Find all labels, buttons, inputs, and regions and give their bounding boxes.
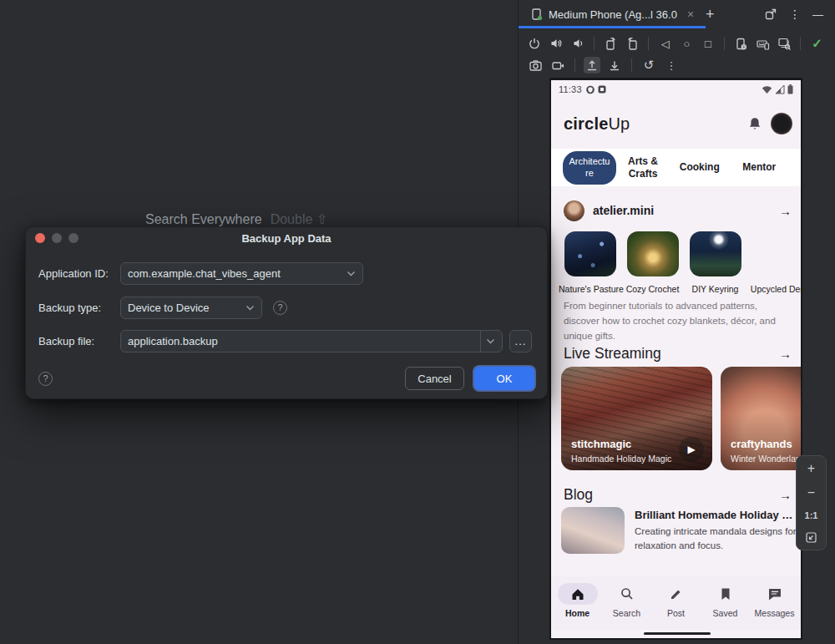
- volume-up-icon[interactable]: [549, 35, 564, 52]
- backup-app-data-dialog: Backup App Data Application ID: com.exam…: [25, 226, 548, 399]
- thumbnail-cozy-crochet[interactable]: [627, 231, 679, 276]
- nav-label: Search: [613, 608, 640, 618]
- thumb-label: Nature's Pasture: [559, 284, 621, 294]
- live-streaming-header: Live Streaming →: [564, 343, 792, 363]
- toolbar-separator: [631, 58, 632, 72]
- phone-screen: 11:33 circ: [549, 78, 802, 640]
- tab-arts-crafts[interactable]: Arts & Crafts: [616, 155, 670, 180]
- live-streaming-arrow-icon[interactable]: →: [779, 347, 792, 361]
- blog-post[interactable]: Brilliant Homemade Holiday … Creating in…: [561, 507, 802, 557]
- toolbar-overflow-icon[interactable]: ⋮: [663, 57, 680, 74]
- dialog-footer: ? Cancel OK: [38, 366, 534, 391]
- blog-post-thumbnail: [561, 507, 625, 554]
- tab-architecture[interactable]: Architecture: [563, 151, 616, 185]
- app-title-bold: circle: [564, 114, 608, 133]
- thumbnail-natures-pasture[interactable]: [564, 231, 616, 276]
- nav-label: Post: [667, 608, 685, 618]
- stream-card-stitchmagic[interactable]: stitchmagic Handmade Holiday Magic ▶: [561, 367, 712, 470]
- category-tabs: Architecture Arts & Crafts Cooking Mento…: [551, 149, 801, 186]
- power-button-icon[interactable]: [527, 35, 543, 52]
- zoom-in-button[interactable]: +: [807, 462, 815, 475]
- new-tab-icon[interactable]: +: [706, 6, 715, 23]
- live-streams: stitchmagic Handmade Holiday Magic ▶ cra…: [561, 367, 802, 471]
- stream-card-craftyhands[interactable]: craftyhands Winter Wonderland: [721, 367, 802, 470]
- backup-file-row: Backup file: application.backup ...: [38, 329, 532, 352]
- browse-file-button[interactable]: ...: [509, 330, 532, 352]
- maximize-window-button[interactable]: [68, 233, 78, 243]
- snapshot-reset-icon[interactable]: ↺: [640, 57, 657, 74]
- backup-file-value: application.backup: [128, 335, 473, 347]
- zoom-out-button[interactable]: −: [807, 486, 815, 499]
- volume-down-icon[interactable]: [569, 35, 585, 52]
- application-id-dropdown[interactable]: com.example.chat_vibes_agent: [120, 262, 363, 285]
- nav-active-pill: [558, 583, 598, 605]
- chevron-down-icon: [486, 338, 495, 344]
- nav-item-post[interactable]: Post: [652, 583, 701, 618]
- creator-description: From beginner tutorials to advanced patt…: [564, 299, 791, 343]
- search-everywhere-hint: Search Everywhere: [145, 212, 262, 226]
- creator-name: atelier.mini: [593, 204, 654, 217]
- backup-type-label: Backup type:: [38, 302, 120, 314]
- nav-item-saved[interactable]: Saved: [701, 583, 750, 618]
- minimize-icon[interactable]: —: [812, 8, 823, 21]
- live-streaming-title: Live Streaming: [564, 345, 661, 363]
- status-time: 11:33: [559, 84, 582, 94]
- cancel-button[interactable]: Cancel: [405, 367, 464, 390]
- tab-mentor[interactable]: Mentor: [730, 161, 790, 174]
- creator-arrow-icon[interactable]: →: [779, 204, 792, 218]
- android-overview-icon[interactable]: □: [701, 35, 716, 52]
- search-icon: [620, 586, 635, 601]
- running-device-icon: [530, 8, 544, 21]
- message-icon: [767, 587, 782, 601]
- dialog-title: Backup App Data: [241, 232, 331, 245]
- wifi-icon: [762, 85, 772, 94]
- virtual-input-icon[interactable]: [755, 35, 771, 52]
- gesture-handle[interactable]: [644, 632, 711, 635]
- nav-item-search[interactable]: Search: [603, 583, 651, 618]
- blog-post-title: Brilliant Homemade Holiday …: [635, 509, 802, 521]
- android-home-icon[interactable]: ○: [679, 35, 695, 52]
- minimize-window-button[interactable]: [52, 233, 62, 243]
- active-tab-underline: [519, 26, 706, 28]
- nav-label: Home: [565, 608, 590, 618]
- screen-record-icon[interactable]: [549, 57, 566, 74]
- backup-type-help-icon[interactable]: ?: [273, 301, 287, 315]
- creator-avatar: [564, 200, 584, 221]
- nav-item-home[interactable]: Home: [554, 583, 602, 618]
- device-settings-icon[interactable]: [733, 35, 749, 52]
- open-in-window-icon[interactable]: [764, 8, 777, 21]
- backup-upload-icon[interactable]: [584, 57, 600, 74]
- stream-subtitle: Handmade Holiday Magic: [571, 454, 671, 464]
- close-tab-icon[interactable]: ×: [687, 8, 694, 21]
- play-icon[interactable]: ▶: [679, 437, 704, 462]
- chevron-down-icon: [347, 271, 356, 276]
- fit-to-window-icon[interactable]: [805, 531, 817, 544]
- close-window-button[interactable]: [35, 233, 45, 243]
- backup-type-dropdown[interactable]: Device to Device: [120, 297, 262, 319]
- bookmark-icon: [720, 587, 731, 601]
- rotate-left-icon[interactable]: [603, 35, 619, 52]
- blog-arrow-icon[interactable]: →: [779, 488, 792, 502]
- screenshot-camera-icon[interactable]: [527, 57, 544, 74]
- dialog-help-icon[interactable]: ?: [38, 372, 53, 386]
- combo-divider: [480, 331, 481, 352]
- notifications-bell-icon[interactable]: [747, 116, 762, 132]
- creator-section-header[interactable]: atelier.mini →: [564, 199, 792, 222]
- android-back-icon[interactable]: ◁: [657, 35, 673, 52]
- backup-file-combobox[interactable]: application.backup: [120, 330, 503, 352]
- thumbnail-diy-keyring[interactable]: [690, 231, 741, 276]
- tab-cooking[interactable]: Cooking: [670, 161, 730, 174]
- blog-header: Blog →: [564, 484, 792, 505]
- restore-download-icon[interactable]: [606, 57, 623, 74]
- profile-avatar[interactable]: [771, 113, 792, 134]
- emulator-device-tab[interactable]: Medium Phone (Ag...l 36.0 ×: [527, 0, 697, 28]
- emulator-tool-window: Medium Phone (Ag...l 36.0 × + ⋮ —: [518, 0, 835, 644]
- rotate-right-icon[interactable]: [625, 35, 640, 52]
- stream-name: stitchmagic: [571, 438, 631, 450]
- layout-inspector-icon[interactable]: [777, 35, 792, 52]
- ok-button[interactable]: OK: [474, 367, 534, 390]
- backup-type-row: Backup type: Device to Device ?: [38, 296, 287, 319]
- nav-item-messages[interactable]: Messages: [751, 583, 799, 618]
- tool-window-options-icon[interactable]: ⋮: [789, 8, 801, 21]
- apply-check-icon[interactable]: ✓: [809, 35, 825, 52]
